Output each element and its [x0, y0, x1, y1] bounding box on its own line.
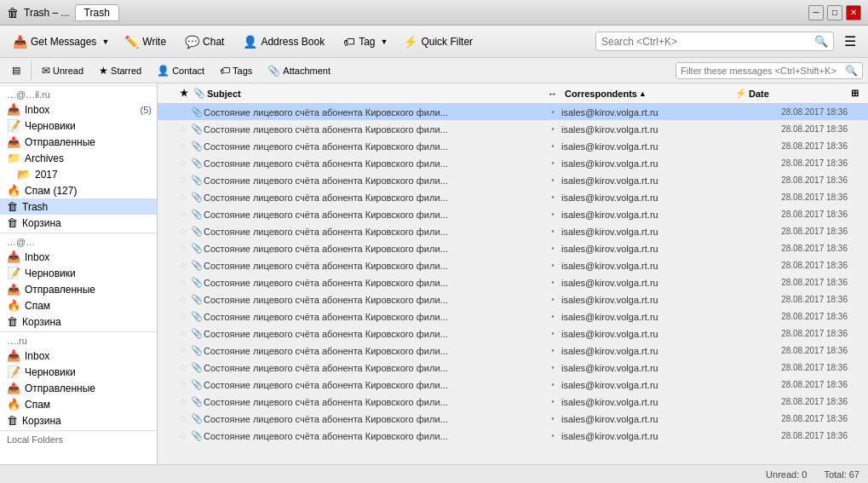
chat-button[interactable]: 💬 Chat: [177, 31, 232, 53]
filter-search-input[interactable]: [681, 66, 845, 76]
row-star[interactable]: ☆: [176, 294, 190, 305]
sidebar-item-spam2[interactable]: 🔥 Спам: [0, 297, 157, 313]
sidebar-item-drafts2[interactable]: 📝 Черновики: [0, 265, 157, 281]
sidebar-item-spam3[interactable]: 🔥 Спам: [0, 396, 157, 412]
col-header-subject[interactable]: Subject: [204, 89, 544, 99]
email-row[interactable]: ☆ 📎 Состояние лицевого счёта абонента Ки…: [158, 394, 868, 411]
row-star[interactable]: ☆: [176, 158, 190, 169]
email-row[interactable]: ☆ 📎 Состояние лицевого счёта абонента Ки…: [158, 274, 868, 291]
row-star[interactable]: ☆: [176, 396, 190, 407]
row-star[interactable]: ☆: [176, 328, 190, 339]
sidebar-item-inbox1[interactable]: 📥 Inbox (5): [0, 101, 157, 118]
address-book-icon: 👤: [243, 35, 257, 49]
sidebar-item-spam1[interactable]: 🔥 Спам (127): [0, 182, 157, 198]
row-correspondent: isales@kirov.volga.rt.ru: [561, 431, 732, 441]
email-row[interactable]: ☆ 📎 Состояние лицевого счёта абонента Ки…: [158, 377, 868, 394]
inbox2-icon: 📥: [7, 250, 20, 263]
col-header-expand[interactable]: ⊞: [848, 88, 865, 99]
sidebar-item-korzina1[interactable]: 🗑 Корзина: [0, 215, 157, 231]
minimize-button[interactable]: ─: [808, 5, 824, 20]
unread-filter-button[interactable]: ✉ Unread: [35, 62, 90, 79]
get-messages-dropdown-arrow[interactable]: ▼: [101, 37, 109, 46]
starred-filter-button[interactable]: ★ Starred: [92, 62, 148, 79]
sidebar-item-2017[interactable]: 📂 2017: [0, 166, 157, 182]
sidebar-item-sent3[interactable]: 📤 Отправленные: [0, 380, 157, 396]
get-messages-button[interactable]: 📥 Get Messages ▼: [5, 31, 113, 53]
search-box[interactable]: 🔍: [595, 32, 834, 51]
email-row[interactable]: ☆ 📎 Состояние лицевого счёта абонента Ки…: [158, 428, 868, 445]
email-pane: ★ 📎 Subject ↔ Correspondents ▲ ⚡ Date ⊞ …: [158, 83, 868, 464]
sidebar-item-sent2[interactable]: 📤 Отправленные: [0, 281, 157, 297]
quick-filter-button[interactable]: ⚡ Quick Filter: [395, 31, 480, 53]
row-attach-icon: 📎: [190, 413, 204, 424]
write-button[interactable]: ✏️ Write: [117, 31, 174, 53]
sidebar-item-sent1[interactable]: 📤 Отправленные: [0, 134, 157, 150]
row-star[interactable]: ☆: [176, 175, 190, 186]
close-button[interactable]: ✕: [846, 5, 861, 20]
attachment-filter-button[interactable]: 📎 Attachment: [261, 62, 337, 79]
contact-filter-button[interactable]: 👤 Contact: [150, 62, 211, 79]
row-star[interactable]: ☆: [176, 192, 190, 203]
col-header-date[interactable]: Date: [745, 89, 848, 99]
row-attach-icon: 📎: [190, 226, 204, 237]
sidebar-item-trash1[interactable]: 🗑 Trash: [0, 198, 157, 215]
email-row[interactable]: ☆ 📎 Состояние лицевого счёта абонента Ки…: [158, 206, 868, 223]
spam-icon: 🔥: [7, 184, 20, 197]
sidebar-item-drafts1[interactable]: 📝 Черновики: [0, 118, 157, 134]
row-star[interactable]: ☆: [176, 260, 190, 271]
email-row[interactable]: ☆ 📎 Состояние лицевого счёта абонента Ки…: [158, 257, 868, 274]
email-row[interactable]: ☆ 📎 Состояние лицевого счёта абонента Ки…: [158, 172, 868, 189]
sidebar-item-drafts3[interactable]: 📝 Черновики: [0, 364, 157, 380]
sidebar-item-inbox2[interactable]: 📥 Inbox: [0, 249, 157, 265]
email-row[interactable]: ☆ 📎 Состояние лицевого счёта абонента Ки…: [158, 189, 868, 206]
email-row[interactable]: ☆ 📎 Состояние лицевого счёта абонента Ки…: [158, 155, 868, 172]
row-star[interactable]: ☆: [176, 209, 190, 220]
email-row[interactable]: ☆ 📎 Состояние лицевого счёта абонента Ки…: [158, 138, 868, 155]
email-row[interactable]: ☆ 📎 Состояние лицевого счёта абонента Ки…: [158, 411, 868, 428]
email-row[interactable]: ☆ 📎 Состояние лицевого счёта абонента Ки…: [158, 308, 868, 325]
col-header-attach[interactable]: 📎: [190, 88, 204, 99]
row-star[interactable]: ☆: [176, 311, 190, 322]
col-header-star[interactable]: ★: [176, 88, 190, 99]
row-star[interactable]: ☆: [176, 413, 190, 424]
row-star[interactable]: ☆: [176, 379, 190, 390]
email-row[interactable]: ☆ 📎 Состояние лицевого счёта абонента Ки…: [158, 359, 868, 377]
email-row[interactable]: ☆ 📎 Состояние лицевого счёта абонента Ки…: [158, 121, 868, 138]
sidebar-item-korzina3[interactable]: 🗑 Корзина: [0, 412, 157, 428]
row-star[interactable]: ☆: [176, 106, 190, 118]
email-row[interactable]: ☆ 📎 Состояние лицевого счёта абонента Ки…: [158, 240, 868, 257]
tags-filter-button[interactable]: 🏷 Tags: [213, 62, 259, 79]
sidebar-item-archives[interactable]: 📁 Archives: [0, 150, 157, 166]
row-star[interactable]: ☆: [176, 226, 190, 237]
col-header-spam[interactable]: ⚡: [732, 88, 745, 99]
filter-search-box[interactable]: 🔍: [675, 62, 863, 79]
total-count: Total: 67: [824, 469, 859, 480]
row-star[interactable]: ☆: [176, 243, 190, 254]
address-book-button[interactable]: 👤 Address Book: [235, 31, 332, 53]
col-header-correspondents[interactable]: Correspondents ▲: [561, 89, 732, 99]
tag-dropdown-arrow[interactable]: ▼: [381, 37, 388, 46]
row-star[interactable]: ☆: [176, 362, 190, 373]
row-star[interactable]: ☆: [176, 277, 190, 288]
row-star[interactable]: ☆: [176, 430, 190, 441]
email-row[interactable]: ☆ 📎 Состояние лицевого счёта абонента Ки…: [158, 342, 868, 359]
tag-button[interactable]: 🏷 Tag ▼: [336, 31, 392, 53]
view-picker-button[interactable]: ▤: [5, 62, 27, 78]
row-star[interactable]: ☆: [176, 345, 190, 356]
row-star[interactable]: ☆: [176, 124, 190, 135]
maximize-button[interactable]: □: [827, 5, 842, 20]
row-subject: Состояние лицевого счёта абонента Кировс…: [204, 193, 544, 203]
sidebar-item-inbox3[interactable]: 📥 Inbox: [0, 348, 157, 364]
app-menu-button[interactable]: ☰: [837, 30, 863, 53]
row-thread: •: [544, 124, 561, 134]
email-row[interactable]: ☆ 📎 Состояние лицевого счёта абонента Ки…: [158, 291, 868, 308]
row-thread: •: [544, 193, 561, 202]
email-row[interactable]: ☆ 📎 Состояние лицевого счёта абонента Ки…: [158, 223, 868, 240]
email-row[interactable]: ☆ 📎 Состояние лицевого счёта абонента Ки…: [158, 104, 868, 121]
search-input[interactable]: [601, 36, 814, 48]
sidebar-item-korzina2[interactable]: 🗑 Корзина: [0, 313, 157, 330]
col-header-thread[interactable]: ↔: [544, 89, 561, 99]
row-star[interactable]: ☆: [176, 141, 190, 152]
email-row[interactable]: ☆ 📎 Состояние лицевого счёта абонента Ки…: [158, 325, 868, 342]
tab-trash[interactable]: Trash: [75, 4, 119, 21]
